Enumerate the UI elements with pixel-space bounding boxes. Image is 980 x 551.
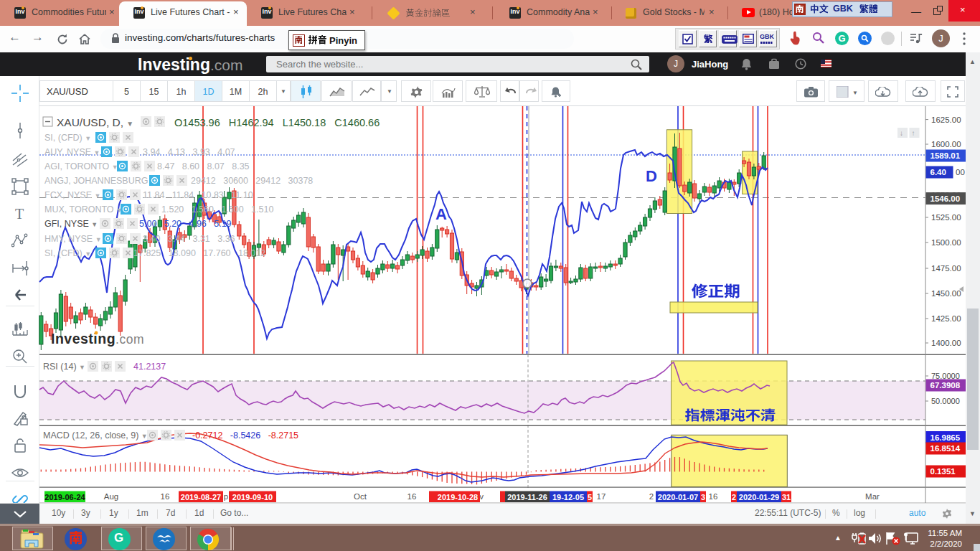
- svg-text:MACD (12, 26, close, 9) ▼: MACD (12, 26, close, 9) ▼: [43, 430, 148, 441]
- svg-text:16.8514: 16.8514: [930, 444, 961, 453]
- svg-text:GFI, NYSE ▼: GFI, NYSE ▼: [44, 219, 98, 229]
- svg-text:5.00 5.20 4.96 5.19: 5.00 5.20 4.96 5.19: [139, 219, 232, 229]
- svg-text:5: 5: [588, 493, 592, 501]
- svg-text:AGI, TORONTO ▼: AGI, TORONTO ▼: [44, 161, 118, 171]
- svg-text:D: D: [646, 167, 657, 185]
- svg-text:6.40: 6.40: [930, 168, 946, 176]
- svg-text:↓: ↓: [900, 129, 903, 137]
- svg-text:1625.00: 1625.00: [931, 116, 961, 124]
- svg-text:SI, (CFD) ▼: SI, (CFD) ▼: [44, 248, 91, 258]
- svg-text:2019-09-10: 2019-09-10: [232, 493, 273, 501]
- svg-text:1475.00: 1475.00: [931, 264, 961, 273]
- svg-text:Aug: Aug: [104, 492, 118, 501]
- svg-text:SI, (CFD) ▼: SI, (CFD) ▼: [44, 133, 91, 143]
- svg-text:1425.00: 1425.00: [931, 314, 961, 323]
- svg-text:16: 16: [709, 492, 718, 501]
- svg-text:1.520 1.560 1.500 1.510: 1.520 1.560 1.500 1.510: [161, 204, 273, 215]
- svg-text:29412 30600 29412 30378: 29412 30600 29412 30378: [191, 176, 313, 186]
- svg-text:1450.00: 1450.00: [931, 289, 961, 298]
- svg-text:ANGJ, JOHANNESBURG ▼: ANGJ, JOHANNESBURG ▼: [44, 176, 157, 186]
- svg-text:3: 3: [701, 493, 705, 501]
- svg-text:0.1351: 0.1351: [930, 467, 956, 476]
- svg-text:16: 16: [161, 492, 170, 501]
- svg-text:↑: ↑: [912, 129, 915, 137]
- svg-text:Mar: Mar: [865, 492, 880, 501]
- svg-text:16: 16: [407, 492, 417, 501]
- svg-text:Oct: Oct: [354, 492, 367, 501]
- svg-text:17: 17: [597, 492, 606, 501]
- svg-text:1600.00: 1600.00: [931, 140, 961, 149]
- svg-text:1589.01: 1589.01: [930, 151, 961, 160]
- svg-text:19-12-05: 19-12-05: [552, 493, 584, 501]
- svg-text:3.94 4.13 3.93 4.07: 3.94 4.13 3.93 4.07: [143, 147, 235, 157]
- svg-text:1525.00: 1525.00: [931, 213, 961, 222]
- svg-text:2019-08-27: 2019-08-27: [181, 493, 221, 501]
- svg-text:2: 2: [732, 493, 736, 501]
- svg-text:A: A: [435, 205, 447, 223]
- svg-text:2019-11-26: 2019-11-26: [507, 493, 547, 501]
- svg-text:v: v: [479, 492, 484, 501]
- svg-text:2020-01-29: 2020-01-29: [739, 493, 779, 501]
- svg-text:00: 00: [956, 168, 965, 176]
- svg-text:75.0000: 75.0000: [931, 372, 960, 380]
- svg-text:1500.00: 1500.00: [931, 238, 961, 247]
- svg-text:50.0000: 50.0000: [931, 397, 960, 405]
- svg-text:2019-06-24: 2019-06-24: [44, 493, 85, 501]
- svg-text:FCX, NYSE ▼: FCX, NYSE ▼: [44, 190, 100, 200]
- svg-text:p: p: [224, 492, 228, 501]
- svg-text:O1453.96 H1462.94 L1450.18: O1453.96 H1462.94 L1450.18 C1460.66: [174, 117, 380, 128]
- svg-text:2020-01-07: 2020-01-07: [658, 493, 698, 501]
- svg-text:11.84 11.84 10.83 11.10: 11.84 11.84 10.83 11.10: [143, 190, 253, 200]
- svg-text:1546.00: 1546.00: [930, 194, 961, 203]
- svg-text:-0.2712 -8.5426 -8.2715: -0.2712 -8.5426 -8.2715: [192, 430, 298, 441]
- svg-text:2: 2: [649, 492, 654, 501]
- svg-text:1400.00: 1400.00: [931, 339, 961, 347]
- svg-text:XAU/USD, D, ▼: XAU/USD, D, ▼: [57, 116, 133, 128]
- svg-text:RSI (14) ▼: RSI (14) ▼: [43, 362, 85, 372]
- svg-text:MUX, TORONTO ▼: MUX, TORONTO ▼: [44, 204, 123, 215]
- svg-text:HMY, NYSE ▼: HMY, NYSE ▼: [44, 234, 102, 244]
- svg-text:3.40 3.44 3.31 3.36: 3.40 3.44 3.31 3.36: [143, 234, 235, 244]
- svg-text:67.3908: 67.3908: [930, 381, 961, 390]
- svg-text:16.9865: 16.9865: [930, 433, 961, 442]
- svg-text:17.825 18.090 17.760 18.: 17.825 18.090 17.760 18.012: [133, 248, 265, 258]
- svg-text:AUY, NYSE ▼: AUY, NYSE ▼: [44, 147, 100, 157]
- svg-text:31: 31: [782, 493, 791, 501]
- svg-text:8.47 8.60 8.07 8.35: 8.47 8.60 8.07 8.35: [157, 161, 250, 171]
- svg-text:2019-10-28: 2019-10-28: [438, 493, 478, 501]
- svg-text:41.2137: 41.2137: [133, 362, 166, 372]
